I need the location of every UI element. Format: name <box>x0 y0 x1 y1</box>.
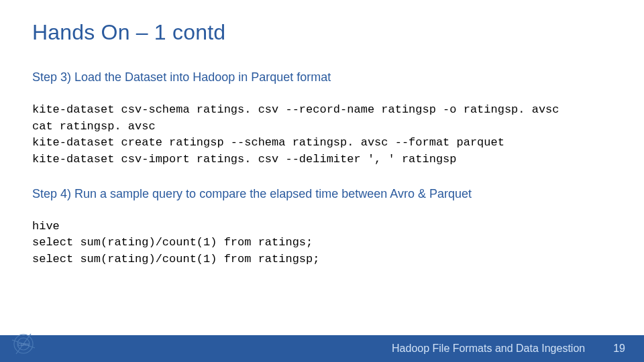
cern-logo-icon: CERN <box>8 328 39 359</box>
slide-footer: CERN Hadoop File Formats and Data Ingest… <box>0 335 644 362</box>
step3-code: kite-dataset csv-schema ratings. csv --r… <box>32 102 612 168</box>
step3-heading: Step 3) Load the Dataset into Hadoop in … <box>32 70 612 84</box>
footer-text: Hadoop File Formats and Data Ingestion <box>392 343 585 355</box>
slide-title: Hands On – 1 contd <box>32 20 612 45</box>
step4-heading: Step 4) Run a sample query to compare th… <box>32 187 612 201</box>
slide-container: Hands On – 1 contd Step 3) Load the Data… <box>0 0 644 362</box>
step4-code: hive select sum(rating)/count(1) from ra… <box>32 219 612 268</box>
svg-text:CERN: CERN <box>17 343 29 347</box>
footer-page-number: 19 <box>613 343 625 355</box>
